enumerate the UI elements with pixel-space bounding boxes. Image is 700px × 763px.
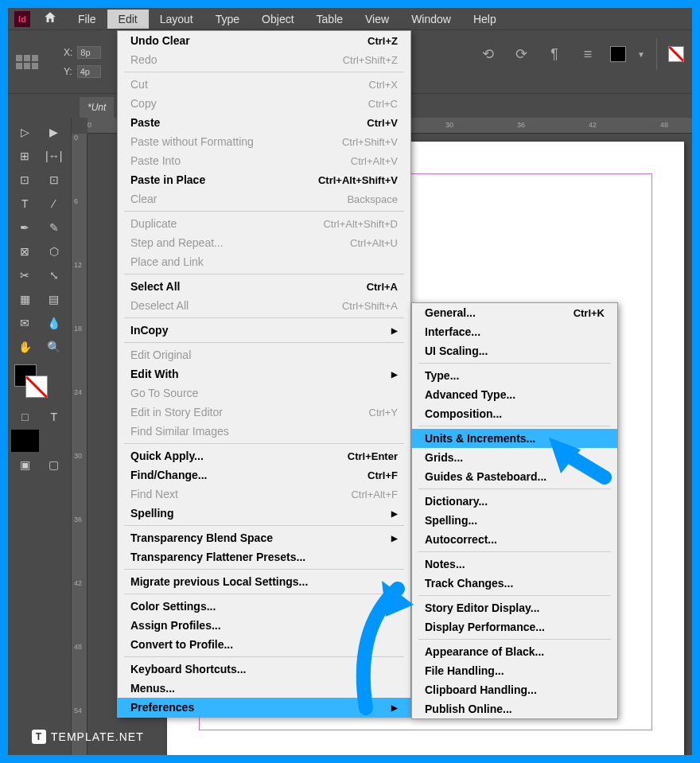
menu-item-label: Appearance of Black...	[425, 645, 605, 658]
path-type-tool-icon[interactable]: ∕	[41, 193, 68, 215]
pencil-tool-icon[interactable]: ✎	[41, 216, 68, 239]
type-tool-icon[interactable]: T	[11, 193, 39, 215]
prefs-menu-item-spelling[interactable]: Spelling...	[412, 511, 617, 530]
y-input[interactable]: 4p	[77, 65, 101, 78]
rectangle-frame-icon[interactable]: ⊠	[11, 240, 39, 263]
menu-item-label: Paste without Formatting	[130, 135, 342, 148]
hand-tool-icon[interactable]: ✋	[11, 336, 39, 358]
menubar-item-object[interactable]: Object	[251, 10, 305, 29]
prefs-menu-item-autocorrect[interactable]: Autocorrect...	[412, 530, 617, 549]
menu-shortcut: Ctrl+K	[574, 307, 605, 319]
stroke-swatch-icon[interactable]	[668, 46, 684, 62]
page-tool-icon[interactable]: ⊞	[11, 145, 39, 167]
view-mode-icon[interactable]: ▣	[11, 454, 39, 476]
scissors-tool-icon[interactable]: ✂	[11, 264, 39, 286]
submenu-arrow-icon: ▶	[391, 370, 398, 379]
edit-menu-separator	[124, 317, 404, 318]
edit-menu-item-transparency-blend-space[interactable]: Transparency Blend Space▶	[118, 528, 410, 547]
content-placer-icon[interactable]: ⊡	[41, 169, 68, 191]
menubar-item-help[interactable]: Help	[462, 10, 508, 29]
prefs-menu-item-story-editor-display[interactable]: Story Editor Display...	[412, 598, 617, 617]
document-tab[interactable]: *Unt	[80, 97, 114, 118]
prefs-menu-item-type[interactable]: Type...	[412, 366, 617, 385]
menu-shortcut: Ctrl+C	[368, 98, 398, 110]
apply-none-icon[interactable]	[41, 430, 68, 452]
prefs-menu-item-dictionary[interactable]: Dictionary...	[412, 492, 617, 511]
fill-swatch-icon[interactable]	[610, 46, 626, 62]
menu-item-label: Place and Link	[130, 255, 398, 268]
edit-menu-separator	[124, 274, 404, 274]
container-format-icon[interactable]: □	[11, 406, 39, 428]
note-tool-icon[interactable]: ✉	[11, 312, 39, 334]
menubar-item-window[interactable]: Window	[400, 10, 462, 29]
edit-menu-item-incopy[interactable]: InCopy▶	[118, 321, 410, 340]
edit-menu-item-paste-into: Paste IntoCtrl+Alt+V	[118, 151, 410, 170]
edit-menu-item-spelling[interactable]: Spelling▶	[118, 504, 410, 523]
menubar-item-type[interactable]: Type	[204, 10, 251, 29]
direct-selection-tool-icon[interactable]: ▶	[41, 121, 68, 143]
prefs-menu-item-clipboard-handling[interactable]: Clipboard Handling...	[412, 680, 617, 699]
edit-menu-item-find-similar-images: Find Similar Images	[118, 422, 410, 441]
prefs-menu-item-composition[interactable]: Composition...	[412, 404, 617, 423]
edit-menu-item-select-all[interactable]: Select AllCtrl+A	[118, 277, 410, 296]
paragraph-icon[interactable]: ¶	[543, 43, 566, 65]
screen-mode-icon[interactable]: ▢	[41, 454, 68, 476]
reference-point-icon[interactable]	[16, 55, 56, 69]
edit-menu-item-paste-in-place[interactable]: Paste in PlaceCtrl+Alt+Shift+V	[118, 170, 410, 189]
menu-shortcut: Ctrl+A	[367, 281, 398, 293]
content-tool-icon[interactable]: ⊡	[11, 169, 39, 191]
prefs-menu-item-track-changes[interactable]: Track Changes...	[412, 574, 617, 593]
tutorial-arrow-2-icon	[549, 438, 612, 485]
align-icon[interactable]: ≡	[577, 43, 599, 65]
menu-item-label: Track Changes...	[425, 577, 605, 590]
menu-item-label: Advanced Type...	[425, 388, 605, 401]
prefs-menu-item-file-handling[interactable]: File Handling...	[412, 661, 617, 680]
eyedropper-tool-icon[interactable]: 💧	[41, 312, 68, 334]
gradient-tool-icon[interactable]: ▦	[11, 288, 39, 310]
menubar-item-file[interactable]: File	[67, 10, 107, 29]
zoom-tool-icon[interactable]: 🔍	[41, 336, 68, 358]
apply-color-icon[interactable]	[11, 430, 39, 452]
app-frame: Id FileEditLayoutTypeObjectTableViewWind…	[8, 8, 692, 755]
prefs-menu-item-ui-scaling[interactable]: UI Scaling...	[412, 341, 617, 360]
edit-menu-item-paste-without-formatting: Paste without FormattingCtrl+Shift+V	[118, 132, 410, 151]
menubar-item-view[interactable]: View	[354, 10, 400, 29]
edit-menu-item-paste[interactable]: PasteCtrl+V	[118, 113, 410, 132]
dropdown-icon[interactable]: ▼	[637, 50, 645, 59]
menu-item-label: Find Similar Images	[130, 425, 398, 438]
prefs-menu-item-appearance-of-black[interactable]: Appearance of Black...	[412, 642, 617, 661]
prefs-menu-separator	[418, 426, 611, 426]
pen-tool-icon[interactable]: ✒	[11, 216, 39, 239]
color-swatch[interactable]	[11, 364, 68, 404]
x-input[interactable]: 8p	[77, 46, 101, 59]
menubar-item-table[interactable]: Table	[305, 10, 354, 29]
menubar-item-edit[interactable]: Edit	[107, 10, 149, 29]
menu-item-label: Go To Source	[130, 387, 398, 399]
text-format-icon[interactable]: T	[41, 406, 68, 428]
home-icon[interactable]	[43, 10, 60, 28]
prefs-menu-item-publish-online[interactable]: Publish Online...	[412, 699, 617, 718]
flip-icon[interactable]: ⟳	[510, 43, 532, 65]
edit-menu-item-undo-clear[interactable]: Undo ClearCtrl+Z	[118, 31, 410, 50]
menu-item-label: Quick Apply...	[130, 450, 348, 462]
prefs-menu-item-interface[interactable]: Interface...	[412, 322, 617, 341]
rectangle-tool-icon[interactable]: ⬡	[41, 240, 68, 263]
rotate-icon[interactable]: ⟲	[476, 43, 499, 65]
gap-tool-icon[interactable]: |↔|	[41, 145, 68, 167]
prefs-menu-item-display-performance[interactable]: Display Performance...	[412, 617, 617, 636]
menubar-item-layout[interactable]: Layout	[149, 10, 204, 29]
prefs-menu-item-advanced-type[interactable]: Advanced Type...	[412, 385, 617, 404]
menu-item-label: Step and Repeat...	[130, 236, 350, 249]
menu-item-label: General...	[425, 306, 574, 319]
edit-menu-item-edit-with[interactable]: Edit With▶	[118, 364, 410, 383]
stroke-color-icon[interactable]	[25, 376, 48, 398]
edit-menu-item-find-change[interactable]: Find/Change...Ctrl+F	[118, 465, 410, 485]
prefs-menu-item-notes[interactable]: Notes...	[412, 555, 617, 574]
feather-tool-icon[interactable]: ▤	[41, 288, 68, 310]
selection-tool-icon[interactable]: ▷	[11, 121, 39, 143]
transform-tool-icon[interactable]: ⤡	[41, 264, 68, 286]
prefs-menu-separator	[418, 639, 611, 640]
edit-menu-item-quick-apply[interactable]: Quick Apply...Ctrl+Enter	[118, 446, 410, 465]
edit-menu-item-transparency-flattener-presets[interactable]: Transparency Flattener Presets...	[118, 547, 410, 566]
prefs-menu-item-general[interactable]: General...Ctrl+K	[412, 303, 617, 322]
